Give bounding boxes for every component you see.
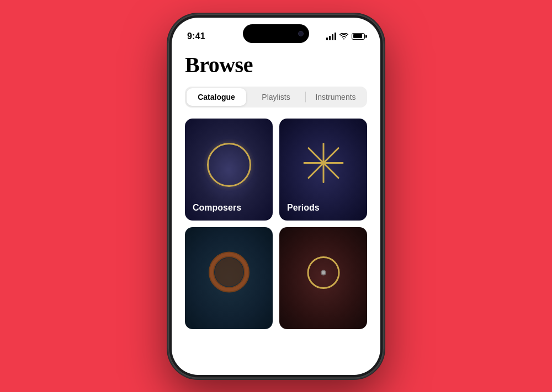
card-periods[interactable]: Periods (279, 119, 367, 221)
tab-catalogue[interactable]: Catalogue (187, 88, 246, 106)
periods-label: Periods (287, 203, 320, 213)
dynamic-island (243, 24, 309, 43)
status-icons (326, 33, 365, 40)
card-composers[interactable]: Composers (185, 119, 273, 221)
phone-screen: 9:41 (172, 18, 380, 375)
tab-bar: Catalogue Playlists Instruments (185, 87, 367, 108)
composers-icon (207, 143, 251, 187)
third-card-icon (207, 250, 251, 297)
browse-grid: Composers Periods (185, 119, 367, 329)
signal-bars-icon (326, 33, 336, 40)
card-third[interactable] (185, 227, 273, 329)
battery-icon (352, 33, 365, 40)
card-fourth[interactable] (279, 227, 367, 329)
wifi-icon (339, 33, 348, 40)
svg-point-6 (215, 258, 243, 287)
svg-point-9 (322, 271, 325, 275)
fourth-card-icon (304, 254, 343, 294)
periods-icon (299, 138, 348, 190)
tab-playlists[interactable]: Playlists (246, 88, 306, 106)
composers-label: Composers (193, 203, 241, 213)
status-bar: 9:41 (172, 18, 380, 47)
status-time: 9:41 (187, 31, 205, 41)
phone-frame: 9:41 (168, 14, 384, 378)
camera-dot (298, 31, 304, 36)
main-content: Browse Catalogue Playlists Instruments (172, 47, 380, 329)
tab-instruments[interactable]: Instruments (306, 88, 365, 106)
page-title: Browse (185, 52, 367, 78)
